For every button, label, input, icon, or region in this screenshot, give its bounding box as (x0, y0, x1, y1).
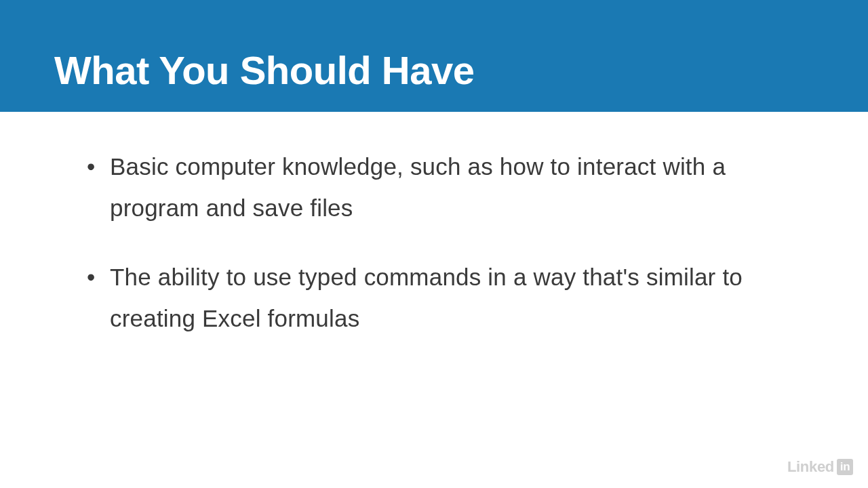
slide-content: Basic computer knowledge, such as how to… (0, 112, 868, 339)
linkedin-watermark: Linked in (787, 458, 853, 476)
watermark-in-box: in (837, 459, 853, 475)
bullet-item: The ability to use typed commands in a w… (87, 256, 781, 340)
bullet-item: Basic computer knowledge, such as how to… (87, 146, 781, 229)
watermark-text-linked: Linked (787, 458, 834, 476)
slide-title: What You Should Have (54, 47, 814, 93)
bullet-list: Basic computer knowledge, such as how to… (87, 146, 781, 339)
slide-header: What You Should Have (0, 0, 868, 112)
